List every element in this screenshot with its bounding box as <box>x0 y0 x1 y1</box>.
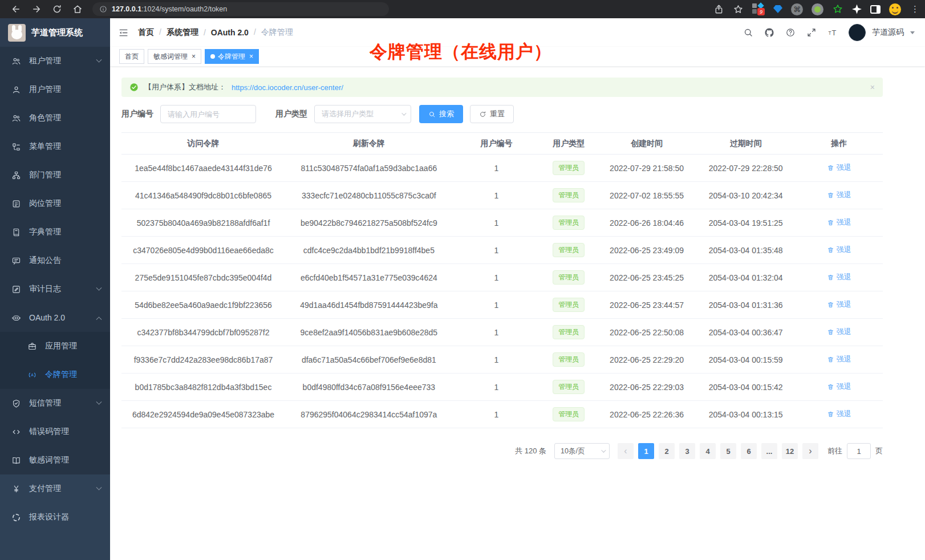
sidebar-item[interactable]: 部门管理 <box>0 161 110 189</box>
sidebar-item[interactable]: 错误码管理 <box>0 417 110 446</box>
view-tab[interactable]: 敏感词管理 × <box>148 49 201 64</box>
sidebar-item[interactable]: OAuth 2.0 <box>0 303 110 332</box>
sidebar-item-label: 错误码管理 <box>29 427 69 437</box>
browser-back-icon[interactable] <box>11 4 21 14</box>
sidebar-item[interactable]: 敏感词管理 <box>0 446 110 474</box>
user-id-field <box>160 105 256 123</box>
sidebar-item[interactable]: 岗位管理 <box>0 189 110 218</box>
sidebar-item[interactable]: 字典管理 <box>0 218 110 246</box>
side-panel-icon[interactable] <box>870 5 881 14</box>
address-bar[interactable]: 127.0.0.1:1024/system/oauth2/token <box>92 2 389 16</box>
page-button[interactable]: 4 <box>700 443 716 459</box>
force-logout-button[interactable]: 强退 <box>827 409 851 419</box>
green-star-extension-icon[interactable] <box>832 3 843 15</box>
page-button[interactable]: 3 <box>679 443 695 459</box>
token-icon: A <box>27 370 37 380</box>
sidebar-item-label: 菜单管理 <box>29 141 61 152</box>
fullscreen-icon[interactable] <box>806 27 817 38</box>
page-button[interactable]: ... <box>761 443 777 459</box>
sidebar-item[interactable]: 支付管理 <box>0 474 110 503</box>
view-tab[interactable]: 首页 × <box>119 49 144 64</box>
prev-page-button[interactable]: ‹ <box>618 443 634 459</box>
post-icon <box>11 199 21 209</box>
sidebar-item[interactable]: 通知公告 <box>0 246 110 275</box>
collapse-sidebar-icon[interactable] <box>118 27 129 38</box>
sidebar-item-label: 部门管理 <box>29 170 61 180</box>
page-button[interactable]: 1 <box>638 443 654 459</box>
user-type-badge: 管理员 <box>553 352 585 367</box>
breadcrumb-item[interactable]: OAuth 2.0 <box>198 28 249 37</box>
table-row: 275e5de9151045fe87cbdc395e004f4d e6cfd40… <box>121 264 883 291</box>
refresh-token-cell: 811c530487574fa0af1a59d3abc1aa66 <box>285 155 453 182</box>
page-button[interactable]: 12 <box>782 443 798 459</box>
user-type-badge: 管理员 <box>553 380 585 394</box>
profile-avatar-icon[interactable] <box>889 3 901 15</box>
browser-forward-icon[interactable] <box>31 4 42 14</box>
extension-cluster-icon[interactable]: 9 <box>752 3 765 15</box>
help-icon[interactable] <box>785 27 796 38</box>
breadcrumb-item[interactable]: 首页 <box>138 27 154 38</box>
github-icon[interactable] <box>764 27 774 38</box>
breadcrumb-item[interactable]: 系统管理 <box>154 27 198 38</box>
force-logout-button[interactable]: 强退 <box>827 272 851 282</box>
alert-close-icon[interactable]: × <box>870 83 875 92</box>
splat-extension-icon[interactable] <box>852 5 862 14</box>
close-tab-icon[interactable]: × <box>249 52 253 60</box>
browser-reload-icon[interactable] <box>52 4 62 14</box>
sidebar-item-label: 短信管理 <box>29 398 61 408</box>
info-icon[interactable] <box>99 5 107 13</box>
force-logout-button[interactable]: 强退 <box>827 217 851 228</box>
user-id-cell: 1 <box>453 401 541 428</box>
sidebar-item[interactable]: 租户管理 <box>0 47 110 75</box>
page-button[interactable]: 6 <box>741 443 757 459</box>
action-cell: 强退 <box>795 182 883 209</box>
browser-home-icon[interactable] <box>72 4 83 14</box>
doc-link[interactable]: https://doc.iocoder.cn/user-center/ <box>232 83 343 92</box>
command-extension-icon[interactable]: ⌘ <box>791 3 803 15</box>
user-id-input[interactable] <box>161 110 255 119</box>
search-button[interactable]: 搜索 <box>419 105 463 123</box>
app-logo[interactable]: 芋道管理系统 <box>0 18 110 47</box>
sidebar-item[interactable]: 应用管理 <box>0 332 110 360</box>
access-token-cell: 502375b8040a469a9b82188afdf6af1f <box>121 209 285 237</box>
sidebar-item[interactable]: 报表设计器 <box>0 503 110 531</box>
breadcrumb-item[interactable]: 令牌管理 <box>249 27 293 38</box>
pagination: 共 120 条 10条/页 ‹ 1 2 3 4 5 6 <box>121 443 883 459</box>
force-logout-button[interactable]: 强退 <box>827 382 851 392</box>
share-icon[interactable] <box>713 4 724 15</box>
goto-page-input[interactable] <box>847 443 871 459</box>
sidebar-item[interactable]: 审计日志 <box>0 275 110 303</box>
menu-tree-icon <box>11 142 21 152</box>
user-type-select[interactable]: 请选择用户类型 <box>314 105 411 123</box>
page-size-select[interactable]: 10条/页 <box>554 443 610 459</box>
force-logout-button[interactable]: 强退 <box>827 245 851 255</box>
sidebar-item[interactable]: 短信管理 <box>0 389 110 417</box>
font-size-icon[interactable]: TT <box>827 27 838 38</box>
page-button[interactable]: 2 <box>659 443 675 459</box>
gem-extension-icon[interactable] <box>773 5 782 13</box>
force-logout-button[interactable]: 强退 <box>827 327 851 337</box>
sidebar-item[interactable]: 用户管理 <box>0 75 110 104</box>
force-logout-button[interactable]: 强退 <box>827 299 851 310</box>
force-logout-button[interactable]: 强退 <box>827 163 851 173</box>
sidebar-item[interactable]: 角色管理 <box>0 104 110 132</box>
close-tab-icon[interactable]: × <box>192 52 196 60</box>
force-logout-button[interactable]: 强退 <box>827 354 851 364</box>
view-tab[interactable]: 令牌管理 × <box>205 49 259 64</box>
bookmark-star-icon[interactable] <box>733 4 744 15</box>
sidebar-item[interactable]: 菜单管理 <box>0 132 110 161</box>
browser-menu-icon[interactable]: ⋮ <box>911 4 919 14</box>
record-extension-icon[interactable] <box>812 3 823 15</box>
create-time-cell: 2022-06-25 23:44:57 <box>597 291 696 319</box>
next-page-button[interactable]: › <box>802 443 818 459</box>
reset-button[interactable]: 重置 <box>470 105 514 123</box>
force-logout-button[interactable]: 强退 <box>827 190 851 200</box>
action-cell: 强退 <box>795 346 883 374</box>
user-type-badge: 管理员 <box>553 298 585 312</box>
search-icon[interactable] <box>743 27 753 38</box>
page-button[interactable]: 5 <box>720 443 736 459</box>
username[interactable]: 芋道源码 <box>872 27 904 38</box>
sms-icon <box>11 399 21 408</box>
user-avatar[interactable] <box>849 24 866 41</box>
sidebar-item[interactable]: A 令牌管理 <box>0 360 110 389</box>
